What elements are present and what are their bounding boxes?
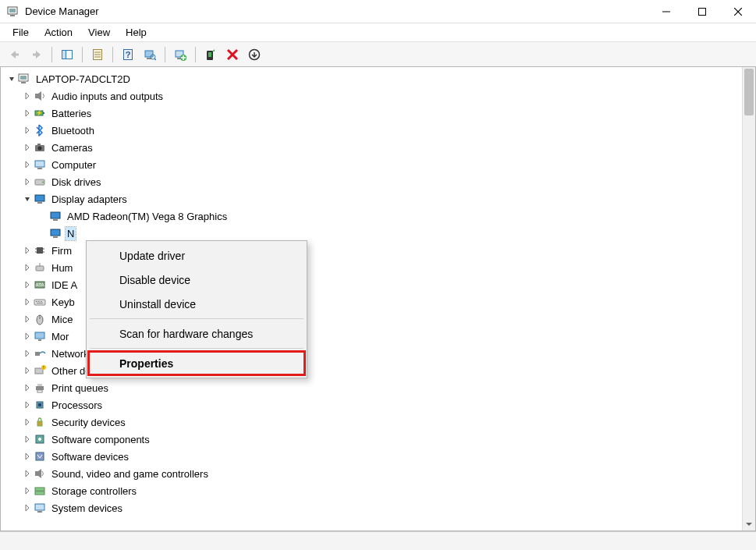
expand-arrow-icon[interactable] <box>21 347 34 360</box>
close-button[interactable] <box>720 0 756 23</box>
svg-rect-65 <box>35 332 44 339</box>
tree-label: Mice <box>51 314 73 325</box>
expand-arrow-icon[interactable] <box>21 502 34 514</box>
expand-arrow-icon[interactable] <box>21 450 34 463</box>
tree-device-nvidia[interactable]: N <box>1 225 742 242</box>
svg-rect-40 <box>37 168 42 169</box>
scrollbar-thumb[interactable] <box>744 69 754 115</box>
svg-rect-30 <box>20 76 27 80</box>
svg-rect-60 <box>38 301 40 302</box>
toolbar: ? <box>0 42 756 67</box>
toolbar-show-hide-tree-button[interactable] <box>57 45 77 64</box>
svg-rect-58 <box>34 300 45 305</box>
toolbar-update-driver-button[interactable] <box>170 45 190 64</box>
expand-arrow-icon[interactable] <box>21 467 34 480</box>
toolbar-properties-button[interactable] <box>87 45 108 64</box>
svg-rect-73 <box>37 390 42 392</box>
tree-category-swcomp[interactable]: Software components <box>1 431 742 448</box>
toolbar-forward-button[interactable] <box>27 45 47 64</box>
svg-rect-10 <box>62 50 66 59</box>
tree-category-swdev[interactable]: Software devices <box>1 448 742 465</box>
battery-icon: ⚡ <box>34 107 46 119</box>
toolbar-separator <box>195 47 196 62</box>
vertical-scrollbar[interactable] <box>742 67 755 530</box>
toolbar-scan-button[interactable] <box>140 45 160 64</box>
tree-category-computer[interactable]: Computer <box>1 156 742 173</box>
tree-category-batteries[interactable]: ⚡ Batteries <box>1 105 742 122</box>
expand-arrow-icon[interactable] <box>21 261 34 274</box>
context-menu-update[interactable]: Update driver <box>88 243 305 268</box>
printer-icon <box>34 381 46 394</box>
expand-arrow-icon[interactable] <box>21 433 34 445</box>
speaker-icon <box>34 90 46 102</box>
expand-arrow-icon[interactable] <box>21 330 34 342</box>
svg-rect-68 <box>35 368 43 374</box>
toolbar-uninstall-button[interactable] <box>222 45 243 64</box>
expand-arrow-icon[interactable] <box>21 416 34 428</box>
expand-arrow-icon[interactable] <box>21 484 34 497</box>
toolbar-enable-button[interactable] <box>201 45 221 64</box>
toolbar-help-button[interactable]: ? <box>118 45 138 64</box>
tree-category-processors[interactable]: Processors <box>1 396 742 413</box>
svg-point-78 <box>38 438 41 441</box>
menubar: File Action View Help <box>0 23 756 42</box>
context-menu-disable[interactable]: Disable device <box>88 268 305 292</box>
expand-arrow-icon[interactable] <box>21 313 34 325</box>
tree-category-diskdrives[interactable]: Disk drives <box>1 173 742 190</box>
scroll-down-arrow-icon[interactable] <box>743 517 755 530</box>
expand-arrow-icon[interactable] <box>21 364 34 377</box>
display-icon <box>49 210 62 222</box>
toolbar-disable-button[interactable] <box>244 45 264 64</box>
svg-rect-4 <box>699 8 706 15</box>
expand-arrow-icon[interactable] <box>21 124 34 137</box>
expand-arrow-icon[interactable] <box>21 244 34 257</box>
tree-root[interactable]: LAPTOP-7ADCLT2D <box>1 70 742 87</box>
expand-arrow-icon[interactable] <box>21 176 34 188</box>
network-icon <box>34 347 46 360</box>
statusbar <box>0 531 756 550</box>
expand-arrow-icon[interactable] <box>21 107 34 119</box>
menu-view[interactable]: View <box>80 25 118 40</box>
window-title: Device Manager <box>25 5 99 17</box>
svg-rect-39 <box>35 161 44 167</box>
expand-arrow-icon[interactable] <box>21 90 34 102</box>
tree-category-display[interactable]: Display adapters <box>1 190 742 208</box>
svg-rect-54 <box>36 266 44 271</box>
collapse-arrow-icon[interactable] <box>5 73 18 85</box>
context-menu-uninstall[interactable]: Uninstall device <box>88 292 305 316</box>
menu-action[interactable]: Action <box>37 25 80 40</box>
display-icon <box>34 193 46 205</box>
tree-category-storage[interactable]: Storage controllers <box>1 482 742 499</box>
menu-help[interactable]: Help <box>118 25 154 40</box>
svg-rect-34 <box>43 112 44 114</box>
svg-rect-59 <box>36 301 37 302</box>
tree-category-security[interactable]: Security devices <box>1 413 742 431</box>
expand-arrow-icon[interactable] <box>21 158 34 171</box>
svg-rect-38 <box>37 144 41 145</box>
context-menu-separator <box>90 348 303 349</box>
expand-arrow-icon[interactable] <box>21 381 34 394</box>
toolbar-back-button[interactable] <box>5 45 25 64</box>
svg-rect-25 <box>208 52 211 57</box>
tree-category-audio[interactable]: Audio inputs and outputs <box>1 87 742 105</box>
minimize-button[interactable] <box>648 0 684 23</box>
expand-arrow-icon[interactable] <box>21 141 34 154</box>
tree-category-print[interactable]: Print queues <box>1 379 742 396</box>
toolbar-separator <box>82 47 83 62</box>
context-menu-scan[interactable]: Scan for hardware changes <box>88 321 305 346</box>
expand-arrow-icon[interactable] <box>21 296 34 308</box>
collapse-arrow-icon[interactable] <box>21 193 34 205</box>
tree-device-amd[interactable]: AMD Radeon(TM) Vega 8 Graphics <box>1 208 742 225</box>
tree-label: Storage controllers <box>51 485 137 497</box>
tree-label: Security devices <box>51 417 126 428</box>
expand-arrow-icon[interactable] <box>21 279 34 291</box>
context-menu-properties[interactable]: Properties <box>88 351 305 375</box>
tree-category-sound[interactable]: Sound, video and game controllers <box>1 465 742 482</box>
maximize-button[interactable] <box>684 0 720 23</box>
tree-category-bluetooth[interactable]: Bluetooth <box>1 122 742 139</box>
tree-category-system[interactable]: System devices <box>1 499 742 516</box>
tree-category-cameras[interactable]: Cameras <box>1 139 742 156</box>
tree-label: Display adapters <box>51 193 127 205</box>
expand-arrow-icon[interactable] <box>21 399 34 411</box>
menu-file[interactable]: File <box>5 25 37 40</box>
